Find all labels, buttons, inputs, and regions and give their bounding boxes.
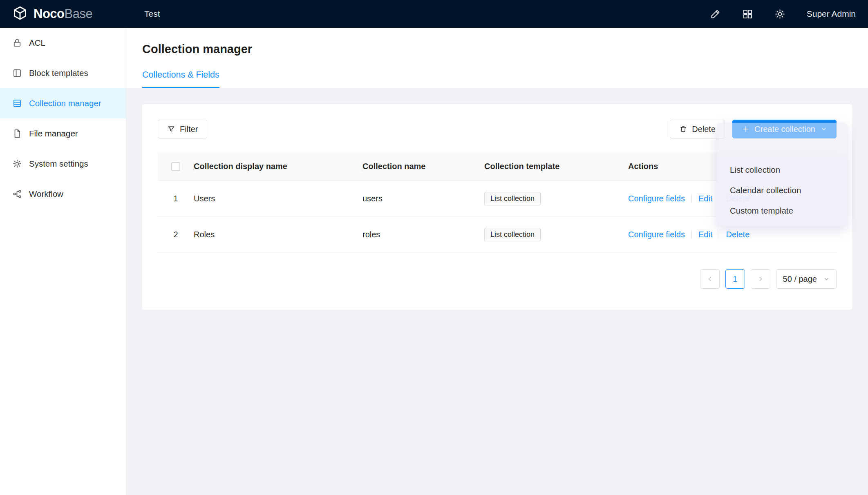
sidebar-item-label: Workflow — [29, 189, 63, 199]
create-collection-dropdown-overlay: List collection Calendar collection Cust… — [717, 123, 847, 226]
sidebar-item-label: ACL — [29, 38, 45, 48]
row-index: 2 — [158, 230, 194, 239]
lock-icon — [12, 38, 22, 48]
page-number-1[interactable]: 1 — [725, 269, 745, 289]
logo-text: NocoBase — [34, 7, 92, 21]
column-header-collection-template: Collection template — [484, 152, 628, 181]
sidebar-item-label: System settings — [29, 159, 88, 169]
column-header-display-name: Collection display name — [194, 152, 362, 181]
app-logo[interactable]: NocoBase — [0, 5, 126, 22]
marker-icon[interactable] — [710, 9, 721, 20]
row-collection-name: roles — [362, 230, 484, 239]
cube-logo-icon — [12, 5, 28, 22]
tab-collections-fields[interactable]: Collections & Fields — [142, 70, 219, 88]
sidebar-item-system-settings[interactable]: System settings — [0, 149, 126, 179]
sidebar-item-label: Block templates — [29, 68, 88, 78]
menu-item-calendar-collection[interactable]: Calendar collection — [717, 180, 847, 201]
create-collection-menu: List collection Calendar collection Cust… — [717, 156, 847, 226]
sidebar-item-workflow[interactable]: Workflow — [0, 179, 126, 209]
page-size-value: 50 / page — [783, 274, 817, 284]
chevron-right-icon — [757, 275, 764, 283]
filter-icon — [167, 125, 175, 133]
logo-text-light: Base — [65, 7, 93, 21]
template-tag: List collection — [484, 192, 541, 205]
table-icon — [12, 98, 22, 108]
action-separator — [691, 230, 692, 239]
row-index: 1 — [158, 194, 194, 203]
select-all-checkbox[interactable] — [171, 162, 180, 171]
blocks-icon[interactable] — [742, 9, 753, 20]
chevron-left-icon — [706, 275, 714, 283]
sidebar-item-acl[interactable]: ACL — [0, 28, 126, 58]
row-display-name: Users — [194, 194, 362, 203]
edit-link[interactable]: Edit — [698, 194, 712, 203]
sidebar-item-label: Collection manager — [29, 98, 101, 108]
tabs-bar: Collections & Fields — [142, 70, 852, 88]
sidebar-item-block-templates[interactable]: Block templates — [0, 58, 126, 88]
gear-icon[interactable] — [774, 9, 785, 20]
workflow-icon — [12, 189, 22, 199]
page-title: Collection manager — [142, 42, 852, 56]
menu-item-custom-template[interactable]: Custom template — [717, 201, 847, 221]
filter-button-label: Filter — [180, 125, 198, 134]
header-checkbox-cell — [158, 152, 194, 181]
layout-icon — [12, 68, 22, 78]
menu-item-list-collection[interactable]: List collection — [717, 160, 847, 180]
row-collection-template: List collection — [484, 192, 628, 205]
user-menu[interactable]: Super Admin — [807, 9, 856, 19]
main-area: Collection manager Collections & Fields … — [126, 28, 868, 495]
row-actions: Configure fieldsEditDelete — [628, 230, 837, 239]
trash-icon — [679, 125, 687, 133]
page-size-select[interactable]: 50 / page — [776, 269, 837, 289]
sidebar: ACL Block templates Collection manager — [0, 28, 126, 495]
row-display-name: Roles — [194, 230, 362, 239]
sidebar-item-collection-manager[interactable]: Collection manager — [0, 88, 126, 118]
logo-text-bold: Noco — [34, 7, 65, 21]
configure-fields-link[interactable]: Configure fields — [628, 230, 685, 239]
configure-fields-link[interactable]: Configure fields — [628, 194, 685, 203]
top-header: NocoBase Test Sup — [0, 0, 868, 28]
header-nav: Test — [126, 0, 164, 28]
template-tag: List collection — [484, 228, 541, 241]
pagination: 1 50 / page — [158, 269, 837, 289]
delete-button-label: Delete — [692, 125, 716, 134]
edit-link[interactable]: Edit — [698, 230, 712, 239]
next-page-button[interactable] — [751, 269, 770, 289]
action-separator — [691, 194, 692, 203]
prev-page-button[interactable] — [700, 269, 720, 289]
sidebar-item-label: File manager — [29, 129, 78, 138]
gear-icon — [12, 159, 22, 169]
page-head: Collection manager Collections & Fields — [126, 28, 868, 88]
column-header-collection-name: Collection name — [362, 152, 484, 181]
filter-button[interactable]: Filter — [158, 120, 207, 138]
file-icon — [12, 129, 22, 138]
action-separator — [719, 230, 719, 239]
sidebar-item-file-manager[interactable]: File manager — [0, 118, 126, 149]
nav-item-test[interactable]: Test — [140, 0, 164, 28]
delete-link[interactable]: Delete — [726, 230, 749, 239]
row-collection-name: users — [362, 194, 484, 203]
header-right: Super Admin — [710, 9, 868, 20]
chevron-down-icon — [823, 276, 830, 282]
app-screen: NocoBase Test Sup — [0, 0, 868, 495]
row-collection-template: List collection — [484, 228, 628, 241]
